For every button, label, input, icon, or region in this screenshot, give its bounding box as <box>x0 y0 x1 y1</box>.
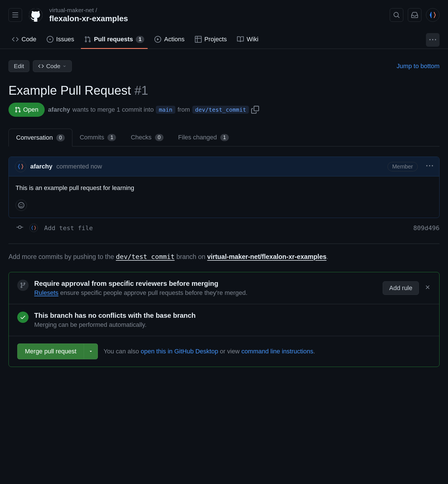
comment-author[interactable]: afarchy <box>30 163 52 170</box>
code-dropdown-button[interactable]: Code <box>33 60 72 72</box>
pr-wants-text: wants to merge 1 commit into <box>72 106 154 113</box>
jump-to-bottom-link[interactable]: Jump to bottom <box>397 62 440 70</box>
more-tabs-button[interactable] <box>426 33 440 47</box>
tab-actions-label: Actions <box>164 36 184 43</box>
issues-icon <box>47 36 53 43</box>
merge-button[interactable]: Merge pull request <box>17 343 84 359</box>
code-button-label: Code <box>46 63 60 70</box>
branch-icon <box>20 282 26 288</box>
conversation-count: 0 <box>56 134 65 141</box>
search-button[interactable] <box>390 8 403 22</box>
inbox-icon <box>411 12 418 18</box>
code-icon <box>12 36 19 43</box>
commits-count: 1 <box>107 134 116 141</box>
tab-projects[interactable]: Projects <box>191 31 230 49</box>
code-icon <box>38 63 44 69</box>
push-branch: dev/test_commit <box>116 253 175 260</box>
tab-checks-label: Checks <box>131 134 151 141</box>
smiley-icon <box>18 202 24 208</box>
add-reaction-button[interactable] <box>16 200 27 211</box>
comment-body: This is an example pull request for lear… <box>9 176 439 200</box>
copy-icon[interactable] <box>251 106 259 114</box>
tab-commits-label: Commits <box>80 134 104 141</box>
pr-from-text: from <box>178 106 190 113</box>
inbox-button[interactable] <box>408 8 421 22</box>
merge-dropdown-button[interactable] <box>84 343 98 359</box>
tab-actions[interactable]: Actions <box>151 31 188 49</box>
ruleset-desc: ensure specific people approve pull requ… <box>59 289 247 296</box>
pr-author[interactable]: afarchy <box>48 106 70 113</box>
checks-count: 0 <box>155 134 163 141</box>
tab-files-label: Files changed <box>178 134 217 141</box>
actions-icon <box>154 36 161 43</box>
branch-icon-circle <box>17 280 29 291</box>
projects-icon <box>195 36 202 43</box>
kebab-icon <box>426 163 433 169</box>
commit-message[interactable]: Add test file <box>44 224 93 232</box>
comment-avatar[interactable] <box>15 161 26 172</box>
avatar-icon <box>31 225 36 231</box>
comment-menu-button[interactable] <box>426 163 433 171</box>
repo-name[interactable]: flexalon-xr-examples <box>49 14 128 23</box>
hamburger-icon <box>12 12 19 18</box>
menu-button[interactable] <box>8 8 22 22</box>
push-repo-link[interactable]: virtual-maker-net/flexalon-xr-examples <box>207 253 327 260</box>
tab-code-label: Code <box>21 36 36 43</box>
commit-sha[interactable]: 809d496 <box>413 224 440 232</box>
commit-avatar[interactable] <box>29 224 38 232</box>
edit-button[interactable]: Edit <box>8 60 29 72</box>
tab-conversation[interactable]: Conversation 0 <box>8 129 72 146</box>
github-logo[interactable] <box>29 8 42 22</box>
success-icon-circle <box>17 312 29 323</box>
wiki-icon <box>237 36 244 43</box>
kebab-icon <box>429 36 436 43</box>
tab-pull-requests[interactable]: Pull requests 1 <box>81 31 148 49</box>
tab-wiki[interactable]: Wiki <box>234 31 262 49</box>
tab-code[interactable]: Code <box>8 31 40 49</box>
base-branch[interactable]: main <box>156 106 175 114</box>
no-conflicts-desc: Merging can be performed automatically. <box>34 321 431 329</box>
add-rule-button[interactable]: Add rule <box>383 281 419 295</box>
push-hint: Add more commits by pushing to the dev/t… <box>8 252 440 262</box>
pr-title: Example Pull Request #1 <box>8 83 440 98</box>
rulesets-link[interactable]: Rulesets <box>34 289 59 296</box>
tab-conversation-label: Conversation <box>16 134 53 141</box>
head-branch[interactable]: dev/test_commit <box>192 106 249 114</box>
tab-projects-label: Projects <box>204 36 227 43</box>
files-count: 1 <box>220 134 229 141</box>
comment-box: afarchy commented now Member This is an … <box>8 157 440 218</box>
ruleset-title: Require approval from specific reviewers… <box>34 280 377 288</box>
tab-pr-label: Pull requests <box>94 36 133 43</box>
open-desktop-link[interactable]: open this in GitHub Desktop <box>141 348 218 355</box>
no-conflicts-title: This branch has no conflicts with the ba… <box>34 312 431 319</box>
merge-hint: You can also open this in GitHub Desktop… <box>104 348 315 355</box>
close-icon <box>425 284 431 290</box>
member-badge: Member <box>387 162 418 171</box>
dismiss-ruleset-button[interactable] <box>425 284 431 292</box>
search-icon <box>393 12 400 18</box>
cli-instructions-link[interactable]: command line instructions <box>241 348 313 355</box>
breadcrumb: virtual-maker-net / flexalon-xr-examples <box>49 7 128 23</box>
chevron-down-icon <box>63 63 66 69</box>
chevron-down-icon <box>89 349 93 354</box>
github-icon <box>29 8 42 22</box>
timeline-commit-item: Add test file 809d496 <box>8 218 440 238</box>
pull-request-icon <box>84 36 91 43</box>
commit-icon <box>16 224 23 232</box>
tab-commits[interactable]: Commits 1 <box>72 129 124 146</box>
tab-wiki-label: Wiki <box>247 36 259 43</box>
user-avatar[interactable] <box>426 8 440 22</box>
tab-checks[interactable]: Checks 0 <box>123 129 171 146</box>
avatar-icon <box>429 11 437 19</box>
pr-count-badge: 1 <box>136 36 144 43</box>
comment-time: commented now <box>56 163 102 170</box>
tab-issues-label: Issues <box>56 36 74 43</box>
pull-request-icon <box>15 107 21 113</box>
tab-files-changed[interactable]: Files changed 1 <box>171 129 236 146</box>
tab-issues[interactable]: Issues <box>43 31 78 49</box>
avatar-icon <box>17 163 24 170</box>
merge-panel: Require approval from specific reviewers… <box>8 272 440 367</box>
divider <box>8 243 440 244</box>
check-icon <box>20 314 26 320</box>
org-name[interactable]: virtual-maker-net / <box>49 7 128 14</box>
